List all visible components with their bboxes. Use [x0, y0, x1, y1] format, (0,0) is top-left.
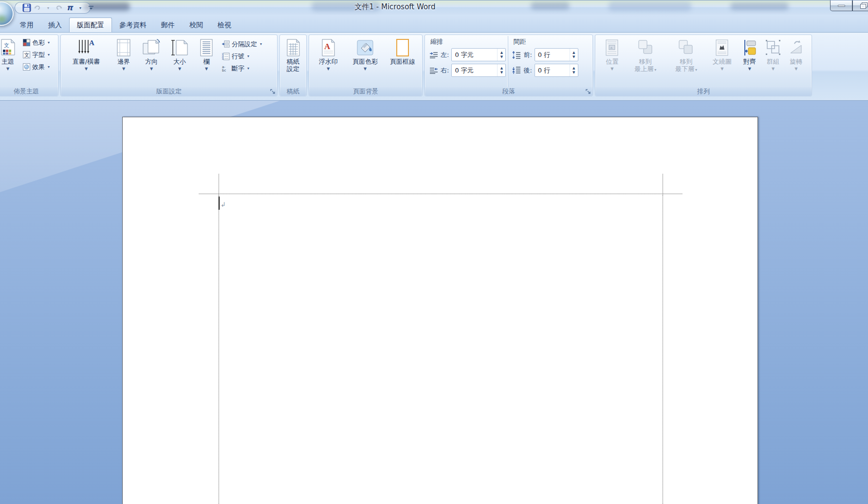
- bring-to-front-icon: [637, 39, 654, 56]
- spin-down-icon[interactable]: ▼: [500, 71, 503, 74]
- watermark-icon: A: [320, 38, 336, 57]
- spin-down-icon[interactable]: ▼: [573, 55, 575, 58]
- bring-to-front-button: 移到 最上層▾: [625, 36, 666, 87]
- spin-up-icon[interactable]: ▲: [573, 67, 575, 70]
- equation-button[interactable]: π: [65, 3, 74, 13]
- minimize-button[interactable]: [830, 0, 852, 11]
- chevron-down-icon: ▼: [178, 67, 181, 71]
- size-icon: [170, 38, 189, 57]
- group-paragraph: 縮排 左: 0 字元 ▲ ▼: [425, 35, 593, 96]
- chevron-down-icon: ▾: [247, 54, 249, 58]
- restore-icon: [861, 3, 867, 8]
- genko-settings-icon: [285, 38, 301, 57]
- columns-button[interactable]: 欄 ▼: [194, 36, 219, 87]
- breaks-button[interactable]: 分隔設定 ▾: [220, 38, 263, 50]
- indent-right-value[interactable]: 0 字元: [452, 66, 497, 75]
- tab-insert[interactable]: 插入: [41, 18, 69, 32]
- spacing-after-spinner[interactable]: ▲ ▼: [570, 64, 578, 76]
- spacing-before-field[interactable]: 0 行 ▲ ▼: [535, 48, 578, 61]
- equation-dropdown-button[interactable]: ▾: [75, 3, 85, 13]
- chevron-down-icon: ▾: [79, 6, 81, 10]
- page-borders-button[interactable]: 頁面框線: [384, 36, 421, 87]
- group-themes: 文 主題 ▼: [0, 35, 58, 96]
- spacing-after-field[interactable]: 0 行 ▲ ▼: [535, 64, 578, 77]
- spin-up-icon[interactable]: ▲: [500, 67, 503, 70]
- theme-fonts-button[interactable]: 文 字型 ▾: [21, 49, 51, 61]
- document-workspace[interactable]: ↲: [0, 101, 868, 504]
- spacing-header: 間距: [513, 37, 578, 46]
- margins-button[interactable]: 邊界 ▼: [110, 36, 137, 87]
- spacing-before-value[interactable]: 0 行: [535, 51, 570, 59]
- align-button[interactable]: 對齊 ▼: [738, 36, 761, 87]
- chevron-down-icon: ▼: [122, 67, 125, 71]
- restore-button[interactable]: [852, 0, 868, 11]
- indent-right-spinner[interactable]: ▲ ▼: [497, 64, 505, 76]
- dialog-launcher-icon: [586, 89, 591, 94]
- spin-up-icon[interactable]: ▲: [573, 51, 575, 54]
- chevron-down-icon: ▼: [327, 67, 330, 71]
- chevron-down-icon: ▼: [6, 67, 9, 71]
- chevron-down-icon: ▾: [48, 40, 50, 45]
- text-wrapping-icon: [715, 39, 729, 56]
- theme-effects-button[interactable]: 效果 ▾: [21, 61, 51, 73]
- chevron-down-icon: ▼: [610, 67, 613, 71]
- indent-left-spinner[interactable]: ▲ ▼: [497, 49, 505, 61]
- svg-text:A: A: [89, 39, 94, 47]
- paragraph-dialog-launcher[interactable]: [585, 88, 591, 95]
- tab-references[interactable]: 參考資料: [112, 18, 154, 32]
- crop-mark-top-right-vertical: [663, 174, 663, 194]
- crop-mark-top-left-horizontal: [199, 194, 219, 194]
- equation-pi-label: π: [67, 4, 73, 12]
- crop-mark-top-left-vertical: [219, 174, 219, 194]
- ribbon: 文 主題 ▼: [0, 32, 868, 101]
- chevron-down-icon: ▾: [260, 42, 262, 46]
- spacing-before-spinner[interactable]: ▲ ▼: [570, 49, 578, 61]
- line-numbers-button[interactable]: 123 行號 ▾: [220, 50, 263, 62]
- indent-right-field[interactable]: 0 字元 ▲ ▼: [451, 64, 506, 77]
- group-button: 群組 ▼: [761, 36, 784, 87]
- tab-page-layout[interactable]: 版面配置: [69, 18, 112, 32]
- themes-label: 主題: [1, 58, 14, 66]
- page-setup-dialog-launcher[interactable]: [269, 88, 276, 95]
- position-icon: [605, 39, 619, 56]
- orientation-button[interactable]: 方向 ▼: [137, 36, 166, 87]
- text-boundary-right: [663, 195, 663, 504]
- chevron-down-icon: ▼: [772, 67, 775, 71]
- tab-review[interactable]: 校閱: [182, 18, 210, 32]
- svg-text:bc: bc: [222, 69, 226, 72]
- group-label-paragraph: 段落: [425, 87, 592, 96]
- hyphenation-button[interactable]: a- bc 斷字 ▾: [220, 62, 263, 74]
- indent-left-value[interactable]: 0 字元: [452, 51, 497, 59]
- tab-home[interactable]: 常用: [13, 18, 41, 32]
- redo-icon: [55, 4, 63, 12]
- indent-column: 縮排 左: 0 字元 ▲ ▼: [426, 36, 508, 87]
- document-page[interactable]: ↲: [122, 117, 758, 504]
- spin-down-icon[interactable]: ▼: [573, 71, 575, 74]
- chevron-down-icon: ▾: [48, 65, 50, 69]
- page-color-icon: [356, 38, 374, 57]
- tab-view[interactable]: 檢視: [210, 18, 239, 32]
- text-direction-button[interactable]: A 直書/橫書 ▼: [62, 36, 110, 87]
- redo-button: [54, 3, 64, 13]
- line-numbers-icon: 123: [222, 53, 230, 60]
- spacing-after-value[interactable]: 0 行: [535, 66, 570, 75]
- chevron-down-icon: ▾: [247, 66, 249, 71]
- save-button[interactable]: [22, 3, 32, 13]
- spacing-before-icon: [512, 51, 521, 59]
- breaks-icon: [222, 40, 230, 48]
- tab-mailings[interactable]: 郵件: [154, 18, 182, 32]
- theme-colors-icon: [23, 39, 30, 46]
- themes-button[interactable]: 文 主題 ▼: [0, 36, 19, 87]
- paragraph-mark-icon: ↲: [221, 201, 226, 208]
- genko-settings-button[interactable]: 稿紙 設定: [281, 36, 305, 87]
- spin-up-icon[interactable]: ▲: [500, 51, 503, 54]
- size-button[interactable]: 大小 ▼: [166, 36, 194, 87]
- chevron-down-icon: ▾: [48, 53, 50, 57]
- indent-left-field[interactable]: 0 字元 ▲ ▼: [451, 48, 506, 61]
- page-color-button[interactable]: 頁面色彩 ▼: [347, 36, 384, 87]
- theme-colors-button[interactable]: 色彩 ▾: [21, 36, 51, 49]
- customize-qat-button[interactable]: [87, 3, 95, 12]
- watermark-button[interactable]: A 浮水印 ▼: [311, 36, 346, 87]
- crop-mark-top-right-horizontal: [663, 194, 683, 194]
- spin-down-icon[interactable]: ▼: [500, 55, 503, 58]
